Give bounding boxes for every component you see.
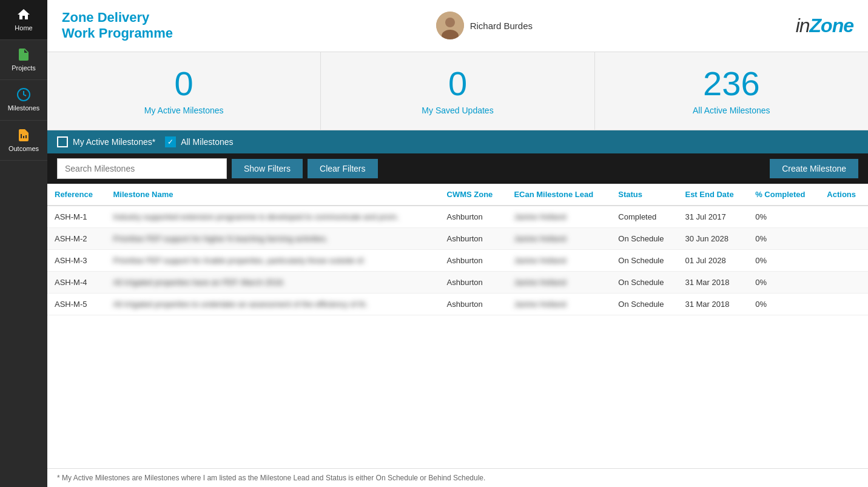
main-content: Zone Delivery Work Programme Richard Bur…	[47, 0, 868, 487]
table-area: My Active Milestones* All Milestones Sho…	[47, 130, 868, 487]
cell-reference: ASH-M-1	[47, 206, 106, 228]
stat-card-active-milestones: 0 My Active Milestones	[47, 52, 321, 130]
header-user: Richard Burdes	[436, 12, 533, 39]
home-icon	[16, 7, 31, 22]
cell-milestone-name: Industry supported extension programme i…	[106, 206, 440, 228]
sidebar-item-label: Outcomes	[8, 145, 39, 153]
stat-card-saved-updates: 0 My Saved Updates	[321, 52, 594, 130]
col-cwms-zone: CWMS Zone	[440, 184, 507, 206]
cell-reference: ASH-M-3	[47, 249, 106, 271]
sidebar-item-outcomes[interactable]: Outcomes	[0, 121, 47, 161]
cell-actions[interactable]	[819, 271, 868, 293]
col-est-end-date: Est End Date	[678, 184, 748, 206]
cell-cwms-zone: Ashburton	[440, 271, 507, 293]
col-milestone-name: Milestone Name	[106, 184, 440, 206]
col-status: Status	[611, 184, 678, 206]
table-row: ASH-M-1Industry supported extension prog…	[47, 206, 868, 228]
cell-est-end-date: 01 Jul 2028	[678, 249, 748, 271]
stat-number-active: 0	[175, 67, 193, 101]
cell-pct-completed: 0%	[748, 206, 819, 228]
checkbox-group-my-active[interactable]: My Active Milestones*	[57, 136, 155, 147]
milestones-icon	[16, 87, 31, 102]
checkbox-my-active-label: My Active Milestones*	[73, 137, 155, 147]
cell-cwms-zone: Ashburton	[440, 206, 507, 228]
stat-label-saved: My Saved Updates	[422, 106, 493, 115]
checkbox-group-all[interactable]: All Milestones	[165, 136, 233, 147]
clear-filters-button[interactable]: Clear Filters	[308, 159, 377, 178]
cell-milestone-name: Prioritise FEP support for Arable proper…	[106, 249, 440, 271]
data-table: Reference Milestone Name CWMS Zone ECan …	[47, 184, 868, 468]
cell-ecan-lead: Janine Holland	[506, 293, 611, 315]
col-pct-completed: % Completed	[748, 184, 819, 206]
cell-status: On Schedule	[611, 227, 678, 249]
sidebar: Home Projects Milestones Outcomes	[0, 0, 47, 487]
header: Zone Delivery Work Programme Richard Bur…	[47, 0, 868, 52]
sidebar-item-projects[interactable]: Projects	[0, 40, 47, 80]
cell-actions[interactable]	[819, 227, 868, 249]
cell-actions[interactable]	[819, 206, 868, 228]
sidebar-item-milestones[interactable]: Milestones	[0, 80, 47, 120]
stat-card-all-milestones: 236 All Active Milestones	[595, 52, 868, 130]
stats-row: 0 My Active Milestones 0 My Saved Update…	[47, 52, 868, 130]
table-row: ASH-M-4All irrigated properties have an …	[47, 271, 868, 293]
cell-status: Completed	[611, 206, 678, 228]
cell-status: On Schedule	[611, 249, 678, 271]
cell-milestone-name: All irrigated properties have an FEP. Ma…	[106, 271, 440, 293]
create-milestone-button[interactable]: Create Milestone	[770, 159, 858, 178]
outcomes-icon	[16, 128, 31, 143]
col-actions: Actions	[819, 184, 868, 206]
cell-status: On Schedule	[611, 271, 678, 293]
user-name: Richard Burdes	[470, 21, 533, 31]
cell-milestone-name: Prioritise FEP support for higher N leac…	[106, 227, 440, 249]
search-input[interactable]	[57, 158, 227, 179]
cell-reference: ASH-M-5	[47, 293, 106, 315]
stat-number-saved: 0	[448, 67, 467, 101]
table-row: ASH-M-2Prioritise FEP support for higher…	[47, 227, 868, 249]
cell-reference: ASH-M-2	[47, 227, 106, 249]
col-ecan-lead: ECan Milestone Lead	[506, 184, 611, 206]
checkbox-all[interactable]	[165, 136, 176, 147]
cell-cwms-zone: Ashburton	[440, 227, 507, 249]
svg-point-2	[445, 18, 455, 27]
sidebar-item-label: Milestones	[8, 104, 40, 112]
cell-pct-completed: 0%	[748, 227, 819, 249]
projects-icon	[16, 47, 31, 62]
footer-note-text: * My Active Milestones are Milestones wh…	[57, 474, 485, 482]
cell-actions[interactable]	[819, 293, 868, 315]
avatar-image	[436, 12, 464, 39]
cell-ecan-lead: Janine Holland	[506, 271, 611, 293]
cell-cwms-zone: Ashburton	[440, 293, 507, 315]
cell-ecan-lead: Janine Holland	[506, 227, 611, 249]
cell-cwms-zone: Ashburton	[440, 249, 507, 271]
footer-note: * My Active Milestones are Milestones wh…	[47, 468, 868, 487]
cell-pct-completed: 0%	[748, 271, 819, 293]
table-row: ASH-M-3Prioritise FEP support for Arable…	[47, 249, 868, 271]
cell-actions[interactable]	[819, 249, 868, 271]
sidebar-item-home[interactable]: Home	[0, 0, 47, 40]
cell-ecan-lead: Janine Holland	[506, 249, 611, 271]
show-filters-button[interactable]: Show Filters	[232, 159, 303, 178]
table-row: ASH-M-5All irrigated properties to under…	[47, 293, 868, 315]
logo: inZone	[796, 15, 853, 37]
cell-ecan-lead: Janine Holland	[506, 206, 611, 228]
col-reference: Reference	[47, 184, 106, 206]
sidebar-item-label: Projects	[12, 64, 36, 72]
cell-est-end-date: 30 Jun 2028	[678, 227, 748, 249]
cell-milestone-name: All irrigated properties to undertake an…	[106, 293, 440, 315]
table-toolbar: My Active Milestones* All Milestones	[47, 130, 868, 153]
avatar	[436, 12, 464, 39]
table-header-row: Reference Milestone Name CWMS Zone ECan …	[47, 184, 868, 206]
cell-reference: ASH-M-4	[47, 271, 106, 293]
cell-pct-completed: 0%	[748, 293, 819, 315]
sidebar-item-label: Home	[15, 24, 32, 32]
checkbox-all-label: All Milestones	[181, 137, 233, 147]
checkbox-my-active[interactable]	[57, 136, 68, 147]
stat-number-all: 236	[703, 67, 759, 101]
cell-status: On Schedule	[611, 293, 678, 315]
stat-label-active: My Active Milestones	[144, 106, 224, 115]
cell-est-end-date: 31 Mar 2018	[678, 293, 748, 315]
stat-label-all: All Active Milestones	[693, 106, 770, 115]
cell-est-end-date: 31 Jul 2017	[678, 206, 748, 228]
cell-pct-completed: 0%	[748, 249, 819, 271]
filter-bar: Show Filters Clear Filters Create Milest…	[47, 153, 868, 184]
